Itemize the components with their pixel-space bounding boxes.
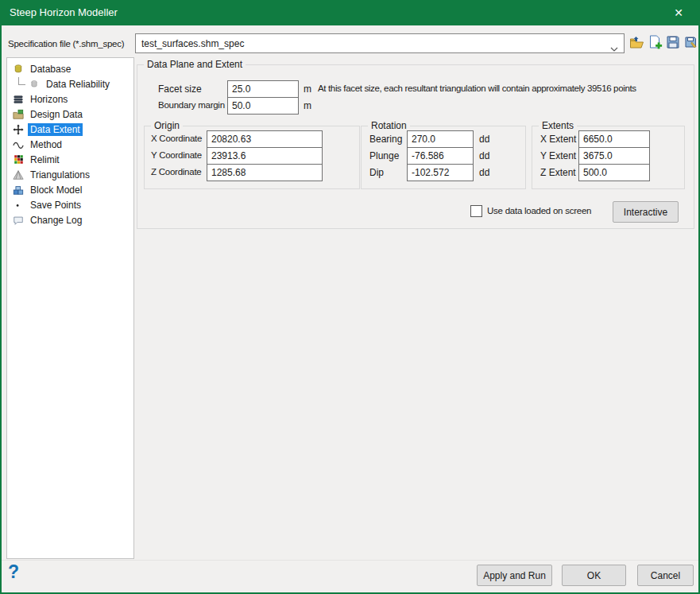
dip-unit: dd [479,167,489,178]
tree-item-label: Method [28,138,64,151]
dip-input[interactable] [407,164,474,181]
tree-item-label: Design Data [28,108,85,121]
save-as-icon [684,35,698,52]
x-coordinate-input[interactable] [207,130,323,148]
tree-item-data-reliability[interactable]: Data Reliability [7,76,133,91]
tree-item-block-model[interactable]: Block Model [7,182,133,197]
y-coordinate-label: Y Coordinate [151,150,202,160]
footer-separator [2,560,698,561]
z-extent-input[interactable] [578,164,650,181]
tree-item-data-extent[interactable]: Data Extent [7,122,133,137]
tree-item-relimit[interactable]: Relimit [7,152,133,167]
tree-item-save-points[interactable]: Save Points [7,197,133,212]
tree-item-label: Save Points [28,199,83,212]
y-coordinate-input[interactable] [207,147,323,165]
tree-branch-connector [18,77,25,85]
chevron-down-icon[interactable] [610,41,618,56]
tree-item-label: Database [28,63,73,76]
design-data-icon [12,108,25,121]
tree-item-label: Horizons [28,93,70,106]
dip-label: Dip [369,167,384,178]
tree-item-label: Block Model [28,184,84,196]
z-coordinate-label: Z Coordinate [151,167,201,177]
bearing-unit: dd [479,134,489,145]
relimit-icon [12,153,25,166]
tree-item-triangulations[interactable]: Triangulations [7,167,133,182]
x-coordinate-label: X Coordinate [151,134,202,143]
boundary-margin-label: Boundary margin [158,100,225,110]
y-extent-input[interactable] [578,147,650,165]
close-icon: ✕ [674,6,683,19]
facet-size-label: Facet size [158,83,202,95]
group-title: Data Plane and Extent [144,59,246,70]
tree-item-label: Change Log [28,214,84,227]
settings-tree: Database Data Reliability Horizons Desig… [6,57,134,559]
plunge-label: Plunge [369,150,399,161]
plunge-unit: dd [479,150,489,161]
spec-file-input[interactable] [136,34,605,52]
method-icon [12,138,25,151]
save-as-button[interactable] [683,35,699,52]
origin-title: Origin [151,120,183,131]
block-model-icon [12,184,25,196]
origin-group: Origin X Coordinate Y Coordinate Z Coord… [144,126,360,189]
spec-file-combobox[interactable] [135,33,625,53]
horizons-icon [12,93,25,106]
save-icon [666,35,680,52]
z-extent-label: Z Extent [540,167,576,178]
import-file-icon [648,35,663,52]
y-extent-label: Y Extent [540,150,576,161]
tree-item-design-data[interactable]: Design Data [7,107,133,122]
extents-group: Extents X Extent Y Extent Z Extent [532,126,685,189]
dialog-body: Specification file (*.shm_spec) [2,25,698,592]
tree-item-label: Data Reliability [44,78,112,91]
spec-file-toolbar [628,35,699,52]
tree-item-method[interactable]: Method [7,137,133,152]
open-folder-icon [629,35,644,52]
facet-size-unit: m [304,83,311,95]
open-folder-button[interactable] [628,35,644,52]
boundary-margin-unit: m [304,100,311,111]
ok-button[interactable]: OK [562,565,626,586]
import-spec-button[interactable] [647,35,663,52]
x-extent-input[interactable] [578,130,650,148]
use-data-checkbox[interactable] [470,205,482,217]
interactive-button[interactable]: Interactive [613,201,679,223]
facet-size-input[interactable] [227,80,299,98]
bearing-label: Bearing [369,134,402,145]
data-extent-icon [12,123,25,136]
z-coordinate-input[interactable] [207,164,323,181]
data-reliability-icon [28,78,41,91]
tree-item-horizons[interactable]: Horizons [7,91,133,107]
titlebar: Steep Horizon Modeller ✕ [0,0,700,25]
save-button[interactable] [665,35,681,52]
tree-item-database[interactable]: Database [7,61,133,76]
database-icon [12,63,25,76]
facet-size-note: At this facet size, each resultant trian… [318,83,636,93]
window-title: Steep Horizon Modeller [10,0,118,25]
help-button[interactable]: ? [8,561,19,583]
tree-item-label: Relimit [28,153,62,166]
x-extent-label: X Extent [540,134,576,145]
rotation-title: Rotation [368,120,410,131]
cancel-button[interactable]: Cancel [637,565,694,586]
extents-title: Extents [539,120,577,131]
tree-item-label: Data Extent [28,123,83,136]
use-data-label: Use data loaded on screen [487,206,591,215]
steep-horizon-modeller-dialog: Steep Horizon Modeller ✕ Specification f… [0,0,700,594]
boundary-margin-input[interactable] [227,97,299,115]
save-points-icon [12,199,25,212]
rotation-group: Rotation Bearing dd Plunge dd Dip dd [361,126,526,189]
plunge-input[interactable] [407,147,474,165]
data-plane-and-extent-group: Data Plane and Extent Facet size m At th… [137,64,694,229]
triangulations-icon [12,169,25,181]
tree-item-change-log[interactable]: Change Log [7,212,133,227]
spec-file-label: Specification file (*.shm_spec) [8,39,124,49]
use-data-row: Use data loaded on screen [470,203,591,219]
apply-and-run-button[interactable]: Apply and Run [477,565,552,586]
bearing-input[interactable] [407,130,474,148]
close-button[interactable]: ✕ [662,0,695,25]
change-log-icon [12,214,25,227]
tree-item-label: Triangulations [28,169,92,181]
